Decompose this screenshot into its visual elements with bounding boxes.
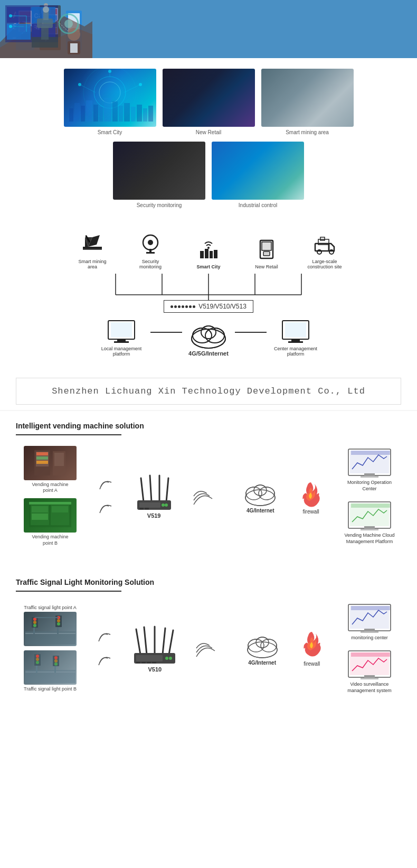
svg-rect-82	[263, 251, 270, 256]
traffic-title-underline	[16, 591, 121, 592]
diag-icon-smart-mining: Smart mining area	[74, 230, 111, 269]
v510-label: V510	[148, 666, 162, 673]
scenario-card-smart-city: Smart City	[64, 69, 156, 135]
diagram-icons-row: Smart mining area Security monitoring	[16, 230, 401, 269]
svg-rect-99	[114, 341, 129, 343]
svg-line-190	[163, 628, 165, 655]
traffic-point-b-card: Traffic signal light point B	[18, 650, 82, 692]
svg-rect-21	[143, 108, 147, 122]
traffic-solution-title: Traffic Signal Light Monitoring Solution	[16, 578, 401, 586]
svg-rect-220	[364, 675, 375, 678]
svg-rect-77	[210, 251, 213, 258]
scenario-card-smart-mining: Smart mining area	[261, 69, 354, 135]
company-name: Shenzhen Lichuang Xin Technology Develop…	[27, 386, 390, 396]
svg-point-0	[94, 77, 126, 108]
traffic-monitoring-label: monitoring center	[351, 635, 388, 641]
svg-line-131	[150, 475, 151, 502]
traffic-point-a-label: Traffic signal light point A	[24, 605, 77, 610]
svg-rect-120	[36, 461, 48, 464]
security-diag-icon	[137, 230, 164, 257]
vm-point-b-label1: Vending machine	[32, 534, 68, 539]
svg-rect-11	[81, 106, 85, 122]
diag-icon-security: Security monitoring	[132, 230, 169, 269]
router-box: V519/V510/V513	[164, 300, 253, 313]
vending-machine-a-img	[32, 449, 69, 478]
smart-city-caption: Smart City	[98, 129, 122, 135]
v519-router-img	[133, 473, 175, 512]
network-label: 4G/5G/Internet	[188, 350, 229, 357]
svg-rect-154	[351, 451, 390, 455]
new-retail-diag-icon	[253, 236, 280, 262]
diag-icon-smartcity-label: Smart City	[196, 264, 220, 269]
svg-rect-122	[54, 453, 64, 466]
scenario-card-security: Security monitoring	[113, 142, 205, 208]
top-image-row: Smart City	[16, 69, 401, 135]
v510-router-img	[131, 624, 178, 666]
svg-rect-129	[29, 502, 71, 505]
diag-icon-construction: Large-scale construction site	[306, 230, 343, 269]
svg-rect-97	[111, 322, 132, 337]
connection-lines	[92, 274, 325, 300]
svg-point-186	[54, 662, 58, 666]
v519-label: V519	[147, 512, 161, 519]
svg-rect-75	[200, 251, 204, 258]
vending-network-label: 4G/Internet	[247, 508, 274, 514]
svg-line-191	[169, 630, 173, 655]
cloud-icon	[182, 319, 235, 350]
scenario-card-new-retail: New Retail	[163, 69, 255, 135]
scenario-card-industrial: Industrial control	[212, 142, 304, 208]
svg-rect-219	[351, 652, 390, 657]
vm-point-a-label1: Vending machine	[32, 482, 68, 487]
svg-rect-113	[285, 322, 306, 337]
svg-rect-138	[139, 508, 144, 510]
svg-rect-159	[351, 503, 390, 508]
svg-rect-214	[351, 606, 390, 610]
smart-mining-image	[261, 69, 354, 127]
diag-icon-smart-city: Smart City	[190, 236, 227, 269]
traffic-light-a-img	[25, 613, 75, 645]
svg-point-172	[57, 619, 60, 622]
svg-rect-68	[83, 249, 102, 250]
svg-rect-163	[25, 633, 75, 634]
smart-mining-diag-icon	[79, 230, 106, 257]
svg-line-133	[166, 478, 168, 502]
svg-point-195	[169, 657, 172, 660]
svg-point-71	[148, 240, 153, 245]
svg-rect-88	[320, 237, 325, 240]
vm-point-a-label2: point A	[43, 488, 58, 493]
traffic-firewall-icon	[299, 629, 325, 658]
diag-icon-new-retail: New Retail	[248, 236, 285, 269]
svg-rect-161	[361, 529, 378, 530]
svg-rect-12	[86, 100, 92, 122]
svg-rect-198	[147, 662, 151, 664]
video-surveillance-monitor	[346, 649, 393, 680]
svg-rect-115	[288, 341, 303, 343]
traffic-network-label: 4G/Internet	[248, 660, 276, 666]
traffic-signal-bottom	[97, 652, 116, 668]
svg-rect-196	[136, 662, 140, 664]
svg-rect-13	[93, 105, 98, 122]
svg-rect-22	[148, 106, 153, 122]
svg-rect-80	[262, 242, 271, 250]
new-retail-image	[163, 69, 255, 127]
smart-city-image	[64, 69, 156, 127]
traffic-signal-top	[97, 628, 116, 644]
svg-rect-199	[152, 662, 156, 664]
traffic-point-b-label: Traffic signal light point B	[24, 686, 77, 692]
traffic-signal-right	[194, 638, 225, 659]
construction-diag-icon	[311, 230, 338, 257]
firewall-icon	[298, 480, 324, 509]
svg-point-179	[36, 655, 39, 658]
svg-rect-126	[32, 514, 48, 520]
svg-point-2	[99, 82, 120, 103]
company-section: Shenzhen Lichuang Xin Technology Develop…	[16, 378, 401, 405]
vending-platform-monitor	[346, 500, 393, 531]
svg-line-188	[144, 627, 147, 655]
diagram-section: Smart mining area Security monitoring	[0, 225, 417, 372]
svg-rect-9	[69, 108, 73, 122]
svg-rect-16	[112, 101, 118, 122]
router-label: V519/V510/V513	[198, 303, 247, 310]
svg-rect-19	[131, 107, 136, 122]
security-caption: Security monitoring	[137, 202, 182, 208]
router-dots	[170, 305, 195, 308]
